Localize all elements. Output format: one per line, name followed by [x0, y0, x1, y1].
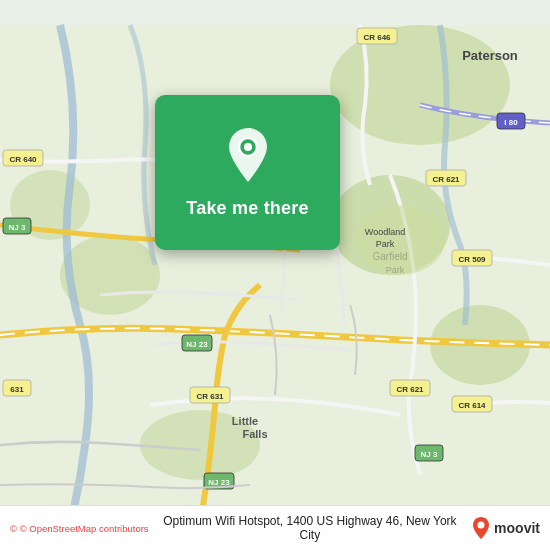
map-background: CR 640 CR 646 I 80 CR 621 CR 631 CR 621 … — [0, 0, 550, 550]
svg-text:CR 614: CR 614 — [458, 401, 486, 410]
osm-credit-text: © OpenStreetMap contributors — [20, 523, 149, 534]
svg-text:CR 646: CR 646 — [363, 33, 391, 42]
svg-text:NJ 23: NJ 23 — [186, 340, 208, 349]
action-card[interactable]: Take me there — [155, 95, 340, 250]
svg-text:Little: Little — [232, 415, 258, 427]
location-label: Optimum Wifi Hotspot, 1400 US Highway 46… — [149, 514, 471, 542]
svg-text:CR 631: CR 631 — [196, 392, 224, 401]
svg-text:631: 631 — [10, 385, 24, 394]
svg-text:CR 621: CR 621 — [432, 175, 460, 184]
svg-text:Woodland: Woodland — [365, 227, 405, 237]
moovit-logo-text: moovit — [494, 520, 540, 536]
svg-point-44 — [478, 522, 485, 529]
svg-text:NJ 3: NJ 3 — [421, 450, 438, 459]
info-bar: © © OpenStreetMap contributors Optimum W… — [0, 505, 550, 550]
svg-text:CR 621: CR 621 — [396, 385, 424, 394]
take-me-there-button[interactable]: Take me there — [186, 198, 308, 219]
svg-text:CR 509: CR 509 — [458, 255, 486, 264]
svg-text:Falls: Falls — [242, 428, 267, 440]
location-pin-icon — [224, 126, 272, 188]
svg-text:Paterson: Paterson — [462, 48, 518, 63]
osm-credit: © © OpenStreetMap contributors — [10, 523, 149, 534]
svg-text:Park: Park — [376, 239, 395, 249]
moovit-logo: moovit — [471, 516, 540, 540]
moovit-pin-icon — [471, 516, 491, 540]
svg-point-1 — [330, 25, 510, 145]
svg-text:I 80: I 80 — [504, 118, 518, 127]
svg-point-39 — [355, 205, 445, 275]
osm-copyright-symbol: © — [10, 523, 17, 534]
svg-text:NJ 23: NJ 23 — [208, 478, 230, 487]
svg-text:NJ 3: NJ 3 — [9, 223, 26, 232]
svg-text:CR 640: CR 640 — [9, 155, 37, 164]
map-container: CR 640 CR 646 I 80 CR 621 CR 631 CR 621 … — [0, 0, 550, 550]
svg-point-43 — [244, 143, 252, 151]
